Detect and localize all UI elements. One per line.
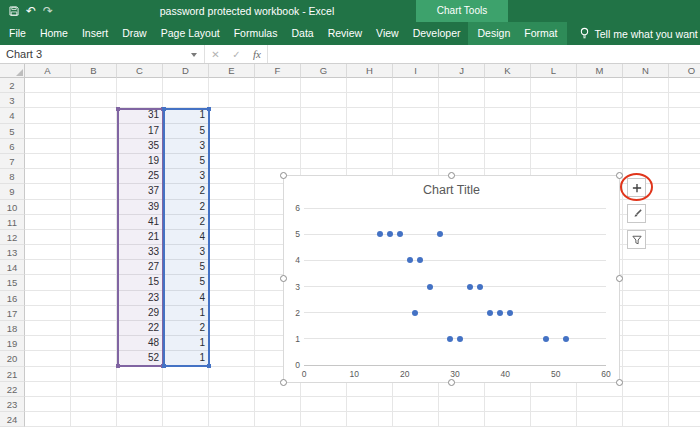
cell[interactable] — [347, 412, 393, 427]
cell[interactable] — [117, 78, 163, 93]
cell[interactable]: 48 — [117, 336, 163, 351]
cell[interactable] — [669, 412, 700, 427]
cell[interactable]: 1 — [163, 336, 209, 351]
column-header-K[interactable]: K — [485, 64, 531, 78]
column-header-M[interactable]: M — [577, 64, 623, 78]
cell[interactable]: 27 — [117, 260, 163, 275]
cell[interactable] — [439, 124, 485, 139]
cell[interactable]: 3 — [163, 245, 209, 260]
cell[interactable] — [393, 139, 439, 154]
cell[interactable] — [71, 215, 117, 230]
resize-handle-bottom-middle[interactable] — [448, 379, 455, 386]
cell[interactable] — [531, 124, 577, 139]
cell[interactable] — [439, 412, 485, 427]
cell[interactable] — [209, 245, 255, 260]
range-corner-handle[interactable] — [207, 364, 211, 368]
cell[interactable] — [393, 382, 439, 397]
cell[interactable] — [25, 169, 71, 184]
column-header-G[interactable]: G — [301, 64, 347, 78]
row-header-16[interactable]: 16 — [0, 291, 25, 306]
cell[interactable] — [577, 93, 623, 108]
cell[interactable] — [25, 139, 71, 154]
cell[interactable]: 1 — [163, 351, 209, 366]
scatter-point[interactable] — [477, 284, 483, 290]
cell[interactable] — [347, 78, 393, 93]
cell[interactable] — [71, 169, 117, 184]
cell[interactable]: 1 — [163, 306, 209, 321]
row-header-2[interactable]: 2 — [0, 78, 25, 93]
cell[interactable]: 4 — [163, 230, 209, 245]
column-header-J[interactable]: J — [439, 64, 485, 78]
cell[interactable] — [531, 93, 577, 108]
cell[interactable] — [71, 124, 117, 139]
cell[interactable] — [485, 154, 531, 169]
insert-function-button[interactable]: fx — [247, 45, 268, 63]
scatter-point[interactable] — [447, 336, 453, 342]
cell[interactable] — [577, 78, 623, 93]
cell[interactable] — [531, 154, 577, 169]
cell[interactable] — [71, 321, 117, 336]
cell[interactable] — [669, 321, 700, 336]
cell[interactable] — [531, 108, 577, 123]
cell[interactable] — [439, 382, 485, 397]
cell[interactable] — [669, 230, 700, 245]
cell[interactable] — [209, 382, 255, 397]
resize-handle-bottom-left[interactable] — [280, 379, 287, 386]
cell[interactable] — [623, 412, 669, 427]
cell[interactable] — [255, 154, 301, 169]
cell[interactable]: 21 — [117, 230, 163, 245]
cell[interactable] — [393, 93, 439, 108]
range-corner-handle[interactable] — [116, 107, 120, 111]
tell-me-box[interactable]: Tell me what you want to do — [571, 22, 700, 45]
cell[interactable] — [209, 78, 255, 93]
cell[interactable] — [25, 275, 71, 290]
cell[interactable] — [623, 260, 669, 275]
cell[interactable] — [255, 124, 301, 139]
undo-button[interactable]: ↶ — [26, 5, 36, 17]
scatter-point[interactable] — [457, 336, 463, 342]
cell[interactable]: 2 — [163, 184, 209, 199]
cell[interactable] — [25, 397, 71, 412]
cell[interactable] — [209, 351, 255, 366]
row-header-4[interactable]: 4 — [0, 108, 25, 123]
cell[interactable] — [577, 154, 623, 169]
cell[interactable] — [25, 124, 71, 139]
cell[interactable] — [485, 78, 531, 93]
cell[interactable] — [71, 275, 117, 290]
row-header-21[interactable]: 21 — [0, 367, 25, 382]
scatter-point[interactable] — [487, 310, 493, 316]
ribbon-tab-home[interactable]: Home — [33, 22, 75, 45]
scatter-point[interactable] — [543, 336, 549, 342]
cell[interactable] — [71, 139, 117, 154]
cell[interactable] — [347, 139, 393, 154]
cell[interactable] — [25, 154, 71, 169]
column-header-D[interactable]: D — [163, 64, 209, 78]
cell[interactable]: 25 — [117, 169, 163, 184]
cell[interactable] — [163, 93, 209, 108]
cell[interactable]: 3 — [163, 169, 209, 184]
cell[interactable] — [623, 351, 669, 366]
scatter-point[interactable] — [377, 231, 383, 237]
cell[interactable] — [71, 367, 117, 382]
row-header-9[interactable]: 9 — [0, 184, 25, 199]
cell[interactable] — [485, 139, 531, 154]
row-header-24[interactable]: 24 — [0, 412, 25, 427]
cell[interactable] — [623, 78, 669, 93]
cell[interactable] — [669, 336, 700, 351]
name-box[interactable]: Chart 3 — [0, 45, 205, 63]
cell[interactable]: 1 — [163, 108, 209, 123]
cell[interactable] — [669, 367, 700, 382]
formula-input[interactable] — [268, 45, 700, 63]
row-header-13[interactable]: 13 — [0, 245, 25, 260]
cell[interactable] — [209, 184, 255, 199]
cell[interactable] — [255, 397, 301, 412]
cell[interactable] — [623, 382, 669, 397]
column-header-N[interactable]: N — [623, 64, 669, 78]
cancel-button[interactable]: ✕ — [205, 45, 226, 63]
cell[interactable] — [301, 93, 347, 108]
cell[interactable] — [117, 382, 163, 397]
cell[interactable] — [71, 260, 117, 275]
cell[interactable] — [485, 93, 531, 108]
cell[interactable] — [163, 78, 209, 93]
cell[interactable] — [439, 139, 485, 154]
